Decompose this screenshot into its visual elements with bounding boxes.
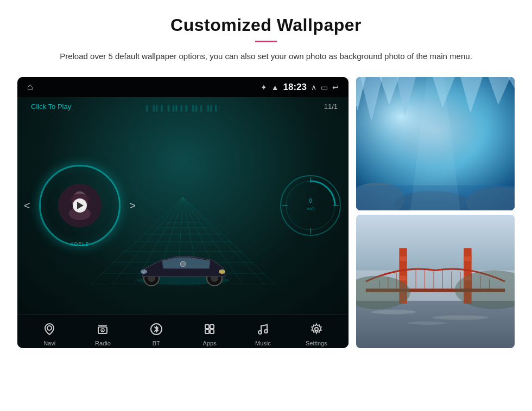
svg-point-28 [219,269,225,274]
wallpaper-photo-top [356,77,515,210]
radio-svg-icon [96,323,109,336]
page-header: Customized Wallpaper Preload over 5 defa… [0,0,532,72]
svg-text:km/h: km/h [306,207,314,210]
nav-item-settings[interactable]: Settings [297,323,335,346]
svg-point-29 [141,269,147,274]
bluetooth-nav-icon [150,323,163,338]
music-ring: ADELE [39,165,121,246]
car-screen: ⌂ ✦ ▲ 18:23 ∧ ▭ ↩ [17,77,349,348]
bridge-svg [356,215,515,348]
settings-svg-icon [310,323,323,336]
chevron-up-icon: ∧ [311,83,316,92]
svg-point-49 [258,331,262,334]
navi-svg-icon [43,323,56,336]
date-display: 11/1 [324,102,338,111]
svg-point-39 [47,326,52,330]
svg-rect-48 [210,330,214,333]
svg-rect-46 [210,325,214,329]
svg-rect-47 [205,330,209,333]
bt-svg-icon [150,323,163,336]
music-icon [256,323,269,338]
apps-icon [203,323,216,338]
svg-point-72 [408,322,447,325]
dial-svg: 0 km/h [278,173,343,238]
nav-item-navi[interactable]: Navi [30,323,68,346]
car-display [129,241,237,292]
play-button[interactable] [73,198,87,213]
page-title: Customized Wallpaper [43,15,489,35]
svg-text:0: 0 [309,198,312,204]
svg-point-31 [281,176,340,235]
nav-item-radio[interactable]: Radio [84,323,122,346]
ice-cave-svg [356,77,515,210]
radio-icon [96,323,109,338]
artist-name: ADELE [71,241,90,247]
bluetooth-icon: ✦ [261,83,267,92]
car-svg [129,241,237,290]
music-player: < [39,165,121,246]
svg-rect-76 [399,276,407,280]
status-bar: ⌂ ✦ ▲ 18:23 ∧ ▭ ↩ [17,77,349,97]
svg-point-51 [315,327,318,331]
settings-icon [310,323,323,338]
right-dial: 0 km/h [278,173,343,238]
page-description: Preload over 5 default wallpaper options… [54,50,478,63]
nav-item-bt[interactable]: BT [137,323,175,346]
bridge-scene [356,215,515,348]
music-svg-icon [256,323,269,336]
navi-label: Navi [43,340,55,346]
ice-cave-image [356,77,515,210]
home-icon[interactable]: ⌂ [27,81,33,93]
prev-button[interactable]: < [24,200,30,212]
bt-label: BT [153,340,160,346]
next-button[interactable]: > [129,200,136,212]
svg-rect-77 [464,256,471,261]
apps-label: Apps [203,340,217,346]
back-icon[interactable]: ↩ [332,83,339,92]
radio-label: Radio [95,340,111,346]
photo-panel [356,77,515,348]
svg-rect-75 [399,256,407,261]
svg-point-43 [102,330,103,331]
wallpaper-photo-bottom [356,215,515,348]
title-divider [255,41,277,42]
svg-point-50 [264,330,268,333]
location-icon [43,323,56,338]
screen-content: ▌▐▌▌▐▐▌▌▌▐▌▌▐▌▌ Click To Play 11/1 < [17,97,349,314]
svg-point-30 [180,261,186,267]
svg-rect-45 [205,325,209,329]
status-right: ✦ ▲ 18:23 ∧ ▭ ↩ [261,82,339,93]
nav-item-music[interactable]: Music [244,323,282,346]
nav-bar: Navi Radio [17,314,349,348]
main-content: ⌂ ✦ ▲ 18:23 ∧ ▭ ↩ [0,72,532,359]
music-label: Music [255,340,271,346]
album-art[interactable] [58,184,102,227]
status-time: 18:23 [283,82,307,93]
nav-item-apps[interactable]: Apps [191,323,229,346]
click-to-play-label[interactable]: Click To Play [31,102,71,111]
window-icon: ▭ [321,83,328,92]
svg-point-71 [433,316,489,320]
svg-point-70 [371,310,416,314]
apps-svg-icon [203,323,216,336]
wifi-icon: ▲ [271,83,279,92]
city-skyline: ▌▐▌▌▐▐▌▌▌▐▌▌▐▌▌ [146,105,220,111]
settings-label: Settings [306,340,327,346]
play-triangle-icon [77,202,84,209]
